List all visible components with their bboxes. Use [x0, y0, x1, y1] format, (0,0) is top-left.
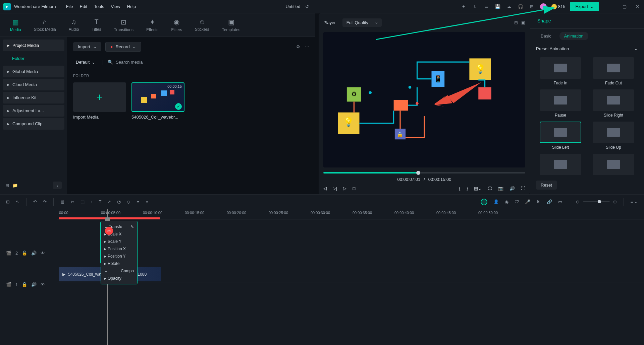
- animation-preset-fade-out[interactable]: Fade Out: [589, 57, 638, 85]
- cut-marker-icon[interactable]: ✂: [105, 227, 113, 235]
- cut-button[interactable]: ✂: [71, 199, 74, 204]
- prop-scale-y[interactable]: ▸Scale Y: [101, 238, 137, 245]
- player-canvas[interactable]: 💡 ⚙ 📱 💡 🔒: [323, 32, 525, 167]
- voice-button[interactable]: 👤: [493, 199, 499, 204]
- eye-icon[interactable]: 👁: [41, 251, 45, 256]
- undo-button[interactable]: ↶: [33, 199, 37, 204]
- subtab-basic[interactable]: Basic: [536, 32, 556, 40]
- redo-button[interactable]: ↷: [43, 199, 47, 204]
- step-button[interactable]: ▷|: [333, 186, 337, 191]
- sidebar-item-cloud-media[interactable]: ▸Cloud Media: [3, 79, 64, 90]
- quality-select[interactable]: Full Quality: [342, 18, 382, 27]
- history-icon[interactable]: ↺: [304, 3, 310, 10]
- export-button[interactable]: Export ⌄: [570, 2, 599, 11]
- sort-button[interactable]: Default⌄: [73, 58, 98, 66]
- tab-transitions[interactable]: ⊡Transitions: [114, 18, 133, 32]
- sidebar-item-adjustment-layer[interactable]: ▸Adjustment La...: [3, 105, 64, 117]
- lock-icon[interactable]: 🔓: [22, 282, 27, 287]
- mute-icon[interactable]: 🔊: [31, 282, 37, 287]
- screen-icon[interactable]: 🖵: [488, 186, 492, 191]
- prev-frame-button[interactable]: ◁: [323, 186, 327, 191]
- lock-icon[interactable]: 🔓: [22, 251, 27, 256]
- tab-filters[interactable]: ◉Filters: [171, 18, 182, 32]
- apps-icon[interactable]: ⊞: [529, 3, 535, 10]
- sidebar-item-compound-clip[interactable]: ▸Compound Clip: [3, 118, 64, 130]
- audio-mix-button[interactable]: 🎚: [536, 199, 541, 204]
- zoom-handle[interactable]: [598, 200, 601, 203]
- zoom-in-button[interactable]: ⊕: [613, 199, 617, 204]
- close-button[interactable]: ✕: [634, 3, 641, 10]
- send-icon[interactable]: ✈: [460, 3, 467, 10]
- import-media-card[interactable]: + Import Media: [73, 82, 126, 120]
- tab-effects[interactable]: ✦Effects: [146, 18, 158, 32]
- link-button[interactable]: 🔗: [547, 199, 552, 204]
- track-header-2[interactable]: 🎬2 🔓 🔊 👁: [0, 229, 57, 276]
- more-tools-button[interactable]: »: [146, 199, 148, 204]
- mic-button[interactable]: 🎤: [525, 199, 530, 204]
- shield-button[interactable]: 🛡: [515, 199, 519, 204]
- play-button[interactable]: ▷: [343, 186, 346, 191]
- media-clip-card[interactable]: 00:00:15 ✓ 5405026_Coll_wavebr...: [131, 82, 184, 120]
- ratio-button[interactable]: ▤⌄: [474, 186, 482, 191]
- edit-icon[interactable]: ✎: [130, 224, 134, 229]
- delete-button[interactable]: 🗑: [60, 199, 65, 204]
- tab-audio[interactable]: ♫Audio: [69, 18, 79, 32]
- search-input[interactable]: 🔍 Search media: [103, 60, 309, 65]
- ai-button[interactable]: ✦: [136, 199, 140, 204]
- sidebar-sub-folder[interactable]: Folder: [3, 53, 64, 64]
- prop-opacity[interactable]: ▸Opacity: [101, 275, 137, 282]
- cloud-icon[interactable]: ☁: [506, 3, 513, 10]
- device-icon[interactable]: ▭: [483, 3, 490, 10]
- preset-animation-dropdown[interactable]: Preset Animation: [530, 44, 644, 54]
- zoom-slider[interactable]: [583, 201, 610, 202]
- add-folder-icon[interactable]: ⊞: [5, 183, 9, 188]
- fullscreen-button[interactable]: ⛶: [521, 186, 525, 191]
- tab-media[interactable]: ▦Media: [10, 18, 21, 32]
- list-view-button[interactable]: ≡ ⌄: [631, 199, 638, 204]
- mute-icon[interactable]: 🔊: [31, 251, 37, 256]
- animation-preset-fade-in[interactable]: Fade In: [536, 57, 585, 85]
- aspect-button[interactable]: ▭: [558, 199, 562, 204]
- menu-tools[interactable]: Tools: [94, 4, 104, 9]
- snapshot-button[interactable]: 📷: [498, 186, 503, 191]
- menu-view[interactable]: View: [111, 4, 120, 9]
- tab-stickers[interactable]: ☺Stickers: [195, 18, 209, 32]
- music-button[interactable]: ♪: [91, 199, 93, 204]
- minimize-button[interactable]: —: [608, 3, 615, 10]
- tab-templates[interactable]: ▣Templates: [222, 18, 240, 32]
- menu-edit[interactable]: Edit: [80, 4, 87, 9]
- stop-button[interactable]: □: [353, 186, 355, 191]
- prop-rotate[interactable]: ▸Rotate: [101, 260, 137, 267]
- menu-file[interactable]: File: [66, 4, 73, 9]
- support-icon[interactable]: 🎧: [517, 3, 524, 10]
- subtab-animation[interactable]: Animation: [559, 32, 588, 40]
- eye-icon[interactable]: 👁: [41, 282, 45, 287]
- tab-titles[interactable]: TTitles: [92, 18, 101, 32]
- download-icon[interactable]: ⇩: [472, 3, 478, 10]
- mark-out-button[interactable]: }: [467, 186, 468, 191]
- color-button[interactable]: ◔: [117, 199, 121, 204]
- save-icon[interactable]: 💾: [494, 3, 501, 10]
- single-view-icon[interactable]: ▣: [521, 20, 525, 25]
- prop-position-y[interactable]: ▸Position Y: [101, 253, 137, 260]
- inspector-tab-shape[interactable]: Shape: [530, 13, 644, 28]
- track-row-2[interactable]: ↗ Arrow ◉ ⌄ Transfo ✎ ▸Scale X ▸Scale Y …: [57, 219, 644, 266]
- volume-button[interactable]: 🔊: [509, 186, 515, 191]
- animation-preset-slide-right[interactable]: Slide Right: [589, 89, 638, 118]
- filter-icon[interactable]: ⚙: [296, 44, 300, 49]
- animation-preset-slide-down[interactable]: Slide Down: [536, 154, 585, 177]
- menu-help[interactable]: Help: [127, 4, 136, 9]
- track-header-1[interactable]: 🎬1 🔓 🔊 👁: [0, 276, 57, 292]
- animation-preset-pause[interactable]: Pause: [536, 89, 585, 118]
- reset-button[interactable]: Reset: [536, 181, 557, 190]
- record-button[interactable]: ●Record⌄: [105, 42, 141, 52]
- animation-preset-vortex-in[interactable]: Vortex In: [589, 154, 638, 177]
- more-icon[interactable]: ⋯: [305, 44, 309, 49]
- mark-in-button[interactable]: {: [459, 186, 460, 191]
- render-button[interactable]: [481, 199, 487, 205]
- sidebar-item-global-media[interactable]: ▸Global Media: [3, 66, 64, 77]
- text-button[interactable]: T: [99, 199, 102, 204]
- keyframe-button[interactable]: ◇: [127, 199, 130, 204]
- tab-stock-media[interactable]: ⌂Stock Media: [34, 18, 56, 32]
- speed-button[interactable]: ↗: [107, 199, 111, 204]
